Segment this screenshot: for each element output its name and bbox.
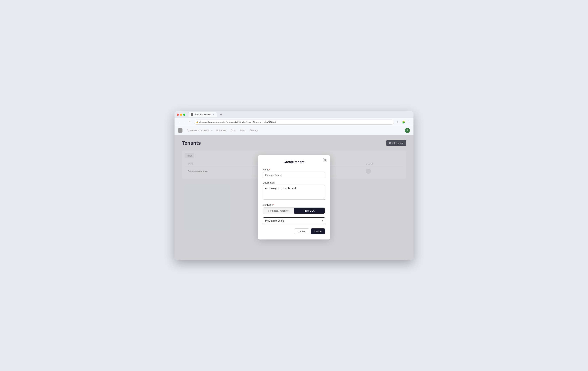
new-tab-button[interactable]: + [219, 112, 223, 117]
ecs-config-group: MyExampleConfig ▾ [263, 217, 325, 224]
from-local-machine-button[interactable]: From local machine [263, 207, 294, 214]
traffic-lights [177, 114, 185, 116]
config-source-toggle: From local machine From ECS [263, 207, 325, 214]
app-content: System Administration › Branches Data To… [175, 126, 413, 260]
description-label: Description [263, 181, 325, 184]
name-field-group: Name* [263, 168, 325, 178]
browser-tab[interactable]: Tenants • Socotra × [188, 112, 217, 117]
refresh-button[interactable]: ↻ [188, 120, 193, 124]
nav-item-tools[interactable]: Tools [240, 129, 245, 132]
bookmark-button[interactable]: ☆ [395, 120, 400, 124]
title-bar: Tenants • Socotra × + [175, 111, 413, 118]
create-button[interactable]: Create [311, 229, 325, 234]
modal-title: Create tenant [263, 160, 325, 164]
config-file-field-group: Config file* From local machine From ECS [263, 204, 325, 214]
name-label: Name* [263, 168, 325, 171]
breadcrumb: System Administration › [187, 129, 212, 132]
cancel-button[interactable]: Cancel [294, 229, 309, 234]
nav-item-data[interactable]: Data [231, 129, 236, 132]
tab-favicon [191, 113, 193, 116]
from-ecs-button[interactable]: From ECS [294, 208, 325, 214]
back-button[interactable]: ← [177, 120, 181, 124]
address-bar-actions: ☆ 🧩 ⋮ [395, 120, 411, 124]
app-nav: System Administration › Branches Data To… [175, 126, 413, 135]
breadcrumb-separator: › [211, 129, 212, 132]
config-select-wrapper: MyExampleConfig ▾ [263, 217, 325, 224]
nav-right: S [405, 128, 410, 133]
create-tenant-modal: × Create tenant Name* Description An exa… [258, 155, 330, 240]
config-file-label: Config file* [263, 204, 325, 206]
name-input[interactable] [263, 172, 325, 178]
forward-button[interactable]: → [182, 120, 187, 124]
modal-overlay: × Create tenant Name* Description An exa… [175, 135, 413, 260]
description-textarea[interactable]: An example of a tenant [263, 185, 325, 200]
nav-item-branches[interactable]: Branches [216, 129, 226, 132]
breadcrumb-text: System Administration [187, 129, 210, 132]
modal-footer: Cancel Create [263, 229, 325, 234]
url-text: ui-ec-sandbox.socotra.com/en/system-admi… [199, 121, 276, 123]
close-window-button[interactable] [177, 114, 179, 116]
user-avatar[interactable]: S [405, 128, 410, 133]
maximize-window-button[interactable] [183, 114, 185, 116]
config-select[interactable]: MyExampleConfig [263, 217, 325, 224]
app-logo [178, 128, 182, 133]
tab-close-button[interactable]: × [212, 113, 215, 116]
page-body: Tenants Create tenant Filter Name Descri… [175, 135, 413, 260]
modal-close-button[interactable]: × [323, 158, 327, 162]
tab-title: Tenants • Socotra [194, 113, 211, 116]
minimize-window-button[interactable] [180, 114, 182, 116]
nav-item-settings[interactable]: Settings [250, 129, 258, 132]
extensions-button[interactable]: 🧩 [401, 120, 406, 124]
browser-window: Tenants • Socotra × + ← → ↻ 🔒 ui-ec-sand… [175, 111, 413, 260]
url-bar[interactable]: 🔒 ui-ec-sandbox.socotra.com/en/system-ad… [194, 120, 394, 125]
description-field-group: Description An example of a tenant [263, 181, 325, 200]
menu-button[interactable]: ⋮ [407, 120, 411, 124]
url-security-icon: 🔒 [196, 121, 198, 123]
address-bar: ← → ↻ 🔒 ui-ec-sandbox.socotra.com/en/sys… [175, 118, 413, 126]
